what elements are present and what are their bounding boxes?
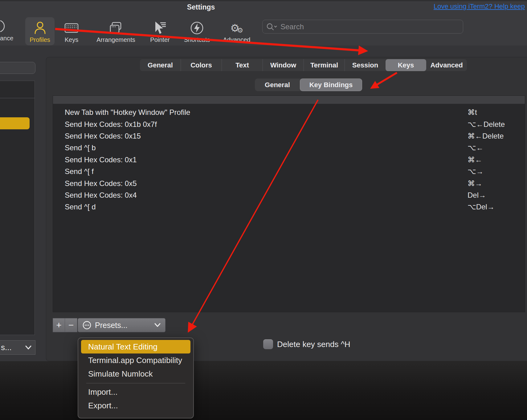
binding-action: Send Hex Codes: 0x15 [65, 132, 141, 140]
key-bindings-table-header [53, 96, 525, 104]
gears-icon: ⚙⚙ [230, 19, 243, 36]
binding-action: Send Hex Codes: 0x1b 0x7f [65, 120, 157, 129]
table-row[interactable]: Send ^[ f ⌥→ [53, 166, 525, 177]
presets-dropdown-button[interactable]: Presets... [78, 318, 165, 332]
table-row[interactable]: Send ^[ b ⌥← [53, 142, 525, 154]
table-row[interactable]: Send Hex Codes: 0x1b 0x7f ⌥←Delete [53, 118, 525, 130]
menu-item-natural-text-editing[interactable]: Natural Text Editing [81, 340, 190, 353]
presets-menu: Natural Text Editing Terminal.app Compat… [78, 337, 194, 418]
toolbar-item-appearance[interactable]: ance [0, 35, 13, 42]
search-input[interactable] [280, 22, 459, 31]
appearance-icon [0, 19, 6, 33]
toolbar-item-keys[interactable]: Keys [56, 17, 87, 45]
binding-shortcut: ⌘t [468, 108, 477, 117]
toolbar-item-profiles[interactable]: Profiles [25, 17, 55, 45]
menu-item-simulate-numlock[interactable]: Simulate Numlock [78, 367, 193, 381]
add-binding-button[interactable]: + [53, 318, 65, 332]
sidebar-list-separator [0, 98, 35, 98]
tab-advanced[interactable]: Advanced [426, 59, 467, 71]
chevron-down-icon [154, 323, 161, 327]
tab-colors[interactable]: Colors [181, 59, 222, 71]
binding-shortcut: ⌘→ [468, 179, 482, 188]
sidebar-other-actions-dropdown[interactable]: s... [0, 340, 35, 355]
sidebar-selected-profile[interactable] [0, 117, 30, 129]
binding-shortcut: ⌥→ [468, 167, 484, 176]
menu-item-import[interactable]: Import... [78, 385, 193, 399]
table-row[interactable]: New Tab with "Hotkey Window" Profile ⌘t [53, 107, 525, 118]
checkbox-label: Delete key sends ^H [277, 340, 350, 349]
binding-action: Send ^[ d [65, 203, 96, 211]
tab-keys[interactable]: Keys [386, 59, 426, 71]
binding-action: Send Hex Codes: 0x1 [65, 155, 137, 164]
menu-separator [86, 383, 185, 383]
keys-subtab-bar: General Key Bindings [255, 79, 362, 91]
cursor-icon [152, 19, 168, 36]
presets-label: Presets... [95, 321, 128, 330]
tab-general[interactable]: General [140, 59, 181, 71]
binding-action: Send ^[ f [65, 167, 94, 176]
table-row[interactable]: Send Hex Codes: 0x5 ⌘→ [53, 177, 525, 189]
table-row[interactable]: Send Hex Codes: 0x1 ⌘← [53, 154, 525, 166]
key-bindings-rows: New Tab with "Hotkey Window" Profile ⌘t … [53, 104, 525, 213]
bolt-circle-icon [190, 19, 204, 36]
settings-toolbar: Settings Love using iTerm2? Help keep an… [0, 0, 527, 46]
binding-shortcut: ⌥←Delete [468, 120, 505, 129]
menu-item-terminal-app-compatibility[interactable]: Terminal.app Compatibility [78, 353, 193, 367]
binding-action: Send Hex Codes: 0x4 [65, 191, 137, 200]
keyboard-icon [64, 19, 79, 36]
remove-binding-button[interactable]: − [65, 318, 77, 332]
tab-session[interactable]: Session [345, 59, 386, 71]
toolbar-item-shortcuts[interactable]: Shortcuts [178, 17, 215, 45]
key-bindings-table: New Tab with "Hotkey Window" Profile ⌘t … [53, 95, 525, 312]
presets-circle-dots-icon [82, 321, 92, 330]
tab-text[interactable]: Text [222, 59, 263, 71]
binding-shortcut: ⌘← [468, 155, 482, 164]
binding-shortcut: ⌥Del→ [468, 203, 495, 211]
table-row[interactable]: Send ^[ d ⌥Del→ [53, 201, 525, 213]
binding-shortcut: ⌘←Delete [468, 132, 504, 140]
table-row[interactable]: Send Hex Codes: 0x4 Del→ [53, 189, 525, 201]
toolbar-search-field[interactable] [262, 20, 463, 34]
delete-sends-h-option: Delete key sends ^H [263, 339, 350, 349]
window-top-edge [0, 0, 527, 2]
sidebar-dropdown-label: s... [1, 343, 12, 352]
binding-shortcut: Del→ [468, 191, 486, 200]
subtab-general[interactable]: General [255, 79, 300, 91]
iterm2-settings-window: Settings Love using iTerm2? Help keep an… [0, 0, 527, 420]
binding-action: Send Hex Codes: 0x5 [65, 179, 137, 188]
help-keep-link[interactable]: Love using iTerm2? Help keep [434, 2, 525, 10]
subtab-key-bindings[interactable]: Key Bindings [300, 79, 362, 91]
binding-shortcut: ⌥← [468, 143, 484, 152]
window-title: Settings [170, 3, 232, 11]
delete-sends-h-checkbox[interactable] [263, 339, 273, 349]
toolbar-item-arrangements[interactable]: Arrangements [91, 17, 141, 45]
tab-window[interactable]: Window [263, 59, 304, 71]
toolbar-item-advanced[interactable]: ⚙⚙ Advanced [217, 17, 257, 45]
windows-icon [108, 19, 124, 36]
table-row[interactable]: Send Hex Codes: 0x15 ⌘←Delete [53, 130, 525, 142]
search-icon [266, 23, 278, 31]
toolbar-item-pointer[interactable]: Pointer [145, 17, 175, 45]
binding-action: New Tab with "Hotkey Window" Profile [65, 108, 190, 117]
menu-item-export[interactable]: Export... [78, 399, 193, 412]
tab-terminal[interactable]: Terminal [304, 59, 345, 71]
profile-tab-bar: General Colors Text Window Terminal Sess… [140, 59, 467, 71]
sidebar-profile-search[interactable] [0, 62, 35, 74]
person-icon [33, 19, 47, 36]
sidebar-profile-list[interactable] [0, 81, 35, 335]
chevron-down-icon [25, 345, 32, 350]
binding-action: Send ^[ b [65, 143, 96, 152]
